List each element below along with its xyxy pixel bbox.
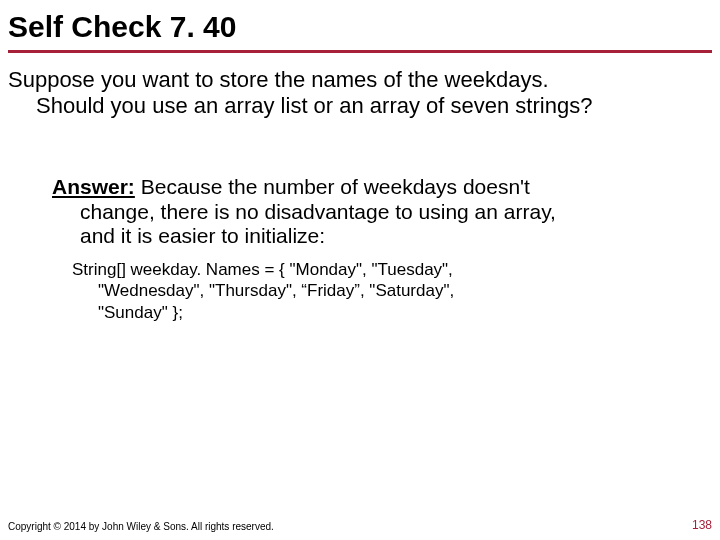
- question-line-1: Suppose you want to store the names of t…: [8, 67, 549, 92]
- answer-line-2: change, there is no disadvantage to usin…: [52, 200, 684, 225]
- title-divider: [8, 50, 712, 53]
- answer-line-3: and it is easier to initialize:: [52, 224, 684, 249]
- answer-line-1: Because the number of weekdays doesn't: [135, 175, 530, 198]
- slide: Self Check 7. 40 Suppose you want to sto…: [0, 0, 720, 540]
- footer: Copyright © 2014 by John Wiley & Sons. A…: [8, 518, 712, 532]
- question-text: Suppose you want to store the names of t…: [0, 67, 720, 119]
- question-line-2: Should you use an array list or an array…: [8, 93, 708, 119]
- code-block: String[] weekday. Names = { "Monday", "T…: [0, 259, 720, 323]
- page-title: Self Check 7. 40: [0, 0, 720, 50]
- code-line-1: String[] weekday. Names = { "Monday", "T…: [72, 260, 453, 279]
- page-number: 138: [692, 518, 712, 532]
- copyright-text: Copyright © 2014 by John Wiley & Sons. A…: [8, 521, 274, 532]
- code-line-2: "Wednesday", "Thursday", “Friday”, "Satu…: [72, 280, 680, 301]
- answer-text: Answer: Because the number of weekdays d…: [0, 175, 720, 249]
- code-line-3: "Sunday" };: [72, 302, 680, 323]
- answer-label: Answer:: [52, 175, 135, 198]
